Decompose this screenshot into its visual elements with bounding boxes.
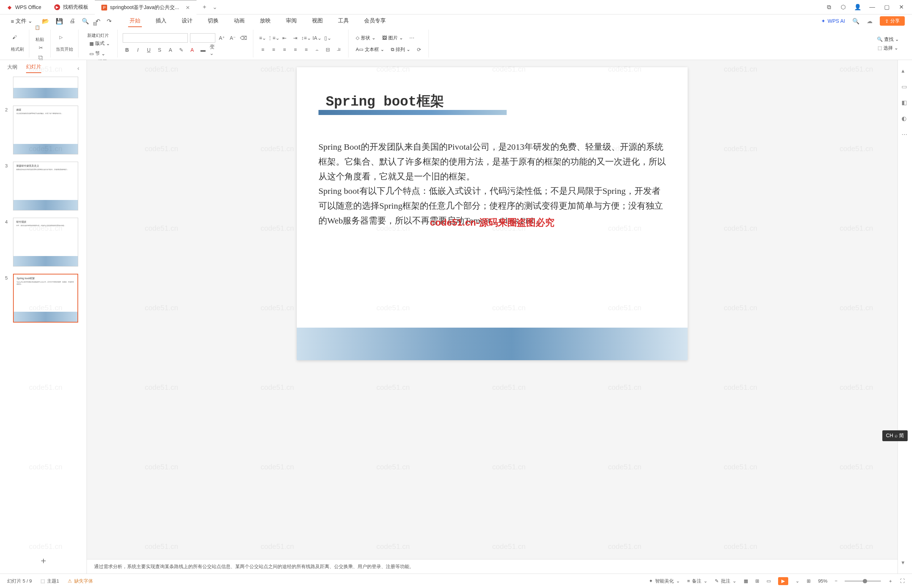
view-reading[interactable]: ▭ xyxy=(766,578,771,584)
bullets-icon[interactable]: ≡⌄ xyxy=(258,34,267,42)
tab-transition[interactable]: 切换 xyxy=(206,15,220,27)
close-tab-icon[interactable]: ✕ xyxy=(186,5,190,10)
more-shape-icon[interactable]: ⋯ xyxy=(408,34,416,42)
tab-animation[interactable]: 动画 xyxy=(232,15,246,27)
fit-window-icon[interactable]: ⛶ xyxy=(900,578,905,584)
thumbnail-item[interactable]: 4 研究现状本节，首先以国内研究现状角度出发，对国内公交查询系统的发展做出调查.… xyxy=(5,218,81,267)
tab-start[interactable]: 开始 xyxy=(128,15,142,27)
view-normal[interactable]: ▦ xyxy=(744,578,748,584)
font-color-icon[interactable]: A xyxy=(188,45,196,54)
thumbnail-item[interactable]: 3 课题研究背景及意义随着信息综合技术的迅猛发展和互联网的全面普及与应用，文档的… xyxy=(5,162,81,210)
paste-button[interactable]: 📋 粘贴 xyxy=(35,25,45,43)
app-tab[interactable]: ◆ WPS Office xyxy=(0,0,48,15)
tab-design[interactable]: 设计 xyxy=(180,15,194,27)
tab-slideshow[interactable]: 放映 xyxy=(258,15,272,27)
thumbnail-item[interactable] xyxy=(5,77,81,99)
search-icon[interactable]: 🔍 xyxy=(852,18,860,24)
open-icon[interactable]: 📂 xyxy=(42,18,49,24)
align-top-icon[interactable]: ⫠ xyxy=(313,45,321,54)
slide-counter[interactable]: 幻灯片 5 / 9 xyxy=(7,578,32,585)
close-button[interactable]: ✕ xyxy=(897,3,905,11)
canvas[interactable]: Spring boot框架 Spring Boot的开发团队来自美国的Pivot… xyxy=(87,60,897,573)
columns-icon[interactable]: ▯⌄ xyxy=(324,34,332,42)
image-button[interactable]: 🖼图片⌄ xyxy=(380,34,405,42)
font-size-select[interactable] xyxy=(190,33,215,43)
maximize-button[interactable]: ▢ xyxy=(883,3,890,11)
tab-templates[interactable]: ▶ 找稻壳模板 xyxy=(48,0,95,15)
share-button[interactable]: ⇪ 分享 xyxy=(880,16,905,26)
save-icon[interactable]: 💾 xyxy=(56,18,63,24)
cut-icon[interactable]: ✂ xyxy=(37,44,45,52)
align-center-icon[interactable]: ≡ xyxy=(269,45,278,54)
cube-icon[interactable]: ⬡ xyxy=(840,3,847,11)
slide-title[interactable]: Spring boot框架 xyxy=(326,92,444,110)
avatar-icon[interactable]: 👤 xyxy=(854,3,861,11)
rotate-icon[interactable]: ⟳ xyxy=(415,45,423,54)
tab-review[interactable]: 审阅 xyxy=(285,15,298,27)
zoom-in[interactable]: ＋ xyxy=(888,578,893,585)
align-right-icon[interactable]: ≡ xyxy=(280,45,289,54)
zoom-out[interactable]: − xyxy=(834,578,837,584)
arrange-button[interactable]: ⧉排列⌄ xyxy=(389,45,413,53)
beautify-button[interactable]: ✦智能美化⌄ xyxy=(649,578,680,585)
shape-button[interactable]: ◇形状⌄ xyxy=(353,34,378,42)
strike-icon[interactable]: S xyxy=(155,45,164,54)
rail-more-icon[interactable]: ⋯ xyxy=(902,131,909,138)
missing-font[interactable]: ⚠缺失字体 xyxy=(68,578,93,585)
minimize-button[interactable]: — xyxy=(868,3,876,11)
change-case-icon[interactable]: 变⌄ xyxy=(209,45,218,54)
align-left-icon[interactable]: ≡ xyxy=(258,45,267,54)
highlight-icon[interactable]: ✎ xyxy=(177,45,186,54)
slideshow-button[interactable]: ▶ xyxy=(778,577,788,585)
thumbnail-item[interactable]: 2 摘要论坛信息资源的优化管理和电子设备的融合，改变了各个领域的现代化... xyxy=(5,106,81,154)
rail-select-icon[interactable]: ▭ xyxy=(902,83,909,90)
tab-dropdown[interactable]: ⌄ xyxy=(212,3,217,10)
select-button[interactable]: ⬚选择⌄ xyxy=(875,44,901,52)
zoom-grid-icon[interactable]: ⊞ xyxy=(807,578,811,584)
italic-icon[interactable]: I xyxy=(134,45,142,54)
rail-up-icon[interactable]: ▴ xyxy=(902,67,909,74)
distribute-icon[interactable]: ≡ xyxy=(302,45,311,54)
line-spacing-icon[interactable]: ↕≡⌄ xyxy=(302,34,311,42)
thumbnail-item[interactable]: 5 Spring boot框架Spring Boot的开发团队来自美国的Pivo… xyxy=(5,274,81,323)
view-sorter[interactable]: ⊞ xyxy=(755,578,759,584)
text-direction-icon[interactable]: IA⌄ xyxy=(313,34,321,42)
slide-body[interactable]: Spring Boot的开发团队来自美国的Pivotal公司，是2013年研发的… xyxy=(319,140,666,228)
decrease-indent-icon[interactable]: ⇤ xyxy=(280,34,289,42)
print-icon[interactable]: 🖨 xyxy=(70,18,75,24)
font-family-select[interactable] xyxy=(123,33,188,43)
align-bottom-icon[interactable]: ⫡ xyxy=(334,45,343,54)
notes-toggle[interactable]: ≡备注⌄ xyxy=(687,578,708,585)
bold-icon[interactable]: B xyxy=(123,45,131,54)
slide[interactable]: Spring boot框架 Spring Boot的开发团队来自美国的Pivot… xyxy=(297,67,688,360)
add-slide-button[interactable]: ＋ xyxy=(0,548,86,573)
window-copy-icon[interactable]: ⧉ xyxy=(825,3,833,11)
tab-view[interactable]: 视图 xyxy=(311,15,324,27)
align-justify-icon[interactable]: ≡ xyxy=(291,45,300,54)
outline-tab[interactable]: 大纲 xyxy=(7,64,17,73)
file-menu[interactable]: ≡ 文件 ⌄ xyxy=(7,16,36,26)
tab-insert[interactable]: 插入 xyxy=(154,15,168,27)
tab-member[interactable]: 会员专享 xyxy=(363,15,387,27)
fill-color-icon[interactable]: ▬ xyxy=(199,45,207,54)
rail-down-icon[interactable]: ▾ xyxy=(902,559,909,566)
rail-color-icon[interactable]: ◐ xyxy=(902,115,909,122)
increase-font-icon[interactable]: A⁺ xyxy=(217,34,226,42)
cloud-icon[interactable]: ☁ xyxy=(867,18,873,24)
underline-icon[interactable]: U xyxy=(144,45,153,54)
textbox-button[interactable]: A▭文本框⌄ xyxy=(353,45,387,53)
collapse-panel-icon[interactable]: ‹ xyxy=(78,65,79,72)
clear-format-icon[interactable]: ⌫ xyxy=(239,34,248,42)
find-button[interactable]: 🔍查找⌄ xyxy=(875,36,901,44)
increase-indent-icon[interactable]: ⇥ xyxy=(291,34,300,42)
comments-toggle[interactable]: ✎批注⌄ xyxy=(715,578,737,585)
play-dropdown[interactable]: ⌄ xyxy=(795,578,799,584)
format-brush[interactable]: 🖌 格式刷 xyxy=(11,35,24,52)
align-middle-icon[interactable]: ⊟ xyxy=(324,45,332,54)
new-tab-button[interactable]: ＋ xyxy=(196,3,212,11)
zoom-value[interactable]: 95% xyxy=(818,578,827,584)
wps-ai-button[interactable]: ✦ WPS AI xyxy=(821,18,845,24)
rail-style-icon[interactable]: ◧ xyxy=(902,99,909,106)
section-button[interactable]: ▭节⌄ xyxy=(87,50,112,58)
slides-tab[interactable]: 幻灯片 xyxy=(26,64,41,73)
